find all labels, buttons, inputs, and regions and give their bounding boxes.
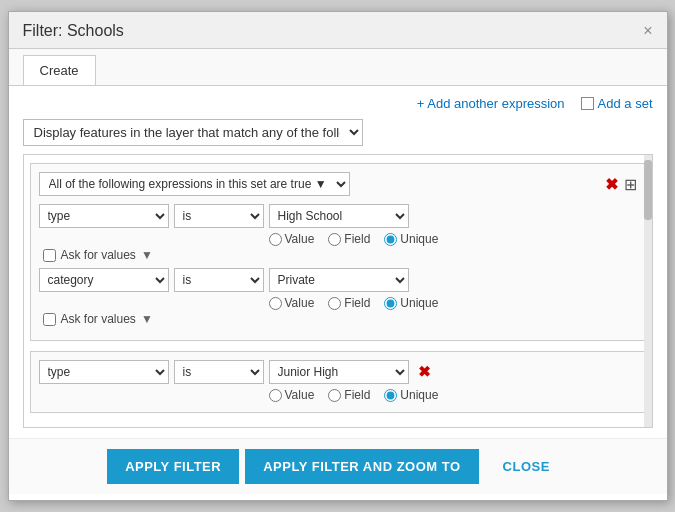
set2-expr1-value[interactable]: Junior High bbox=[269, 360, 409, 384]
set1-expr2-value[interactable]: Private bbox=[269, 268, 409, 292]
set1-expr1-radio-value[interactable]: Value bbox=[269, 232, 315, 246]
set1-expr2-ask-label: Ask for values bbox=[61, 312, 136, 326]
set-block-1: All of the following expressions in this… bbox=[30, 163, 646, 341]
set-header-1: All of the following expressions in this… bbox=[39, 172, 637, 196]
remove-set-1-button[interactable]: ✖ bbox=[605, 175, 618, 194]
add-expression-button[interactable]: + Add another expression bbox=[417, 96, 565, 111]
tab-create[interactable]: Create bbox=[23, 55, 96, 85]
set1-expr1-radio-unique[interactable]: Unique bbox=[384, 232, 438, 246]
set1-expr1-ask-arrow: ▼ bbox=[141, 248, 153, 262]
set1-expr2-operator[interactable]: is bbox=[174, 268, 264, 292]
add-set-button[interactable]: Add a set bbox=[598, 96, 653, 111]
set1-expr1-ask-label: Ask for values bbox=[61, 248, 136, 262]
set1-expr1-value[interactable]: High School bbox=[269, 204, 409, 228]
set2-expr1-operator[interactable]: is bbox=[174, 360, 264, 384]
set2-expr1-radio-field[interactable]: Field bbox=[328, 388, 370, 402]
scrollbar-thumb[interactable] bbox=[644, 160, 652, 220]
set1-expr1-row: type is High School bbox=[39, 204, 637, 228]
tab-bar: Create bbox=[9, 49, 667, 86]
set2-expr1-radio-unique[interactable]: Unique bbox=[384, 388, 438, 402]
dialog-header: Filter: Schools × bbox=[9, 12, 667, 49]
scroll-area: All of the following expressions in this… bbox=[23, 154, 653, 428]
dialog-body: + Add another expression Add a set Displ… bbox=[9, 86, 667, 438]
set2-expr1-field[interactable]: type bbox=[39, 360, 169, 384]
close-x-button[interactable]: × bbox=[643, 23, 652, 39]
set1-expr1-ask-checkbox[interactable] bbox=[43, 249, 56, 262]
set1-expr2-radio-value[interactable]: Value bbox=[269, 296, 315, 310]
apply-filter-zoom-button[interactable]: APPLY FILTER AND ZOOM TO bbox=[245, 449, 478, 484]
set2-expr1-row: type is Junior High ✖ bbox=[39, 360, 637, 384]
set1-expr1-radio-group: Value Field Unique bbox=[269, 232, 637, 246]
remove-set2-expr1-button[interactable]: ✖ bbox=[418, 363, 431, 381]
set1-expr1-operator[interactable]: is bbox=[174, 204, 264, 228]
add-to-set-1-button[interactable]: ⊞ bbox=[624, 175, 637, 194]
set1-expr1-ask-row: Ask for values ▼ bbox=[43, 248, 637, 262]
set-block-2: type is Junior High ✖ Value Field bbox=[30, 351, 646, 413]
apply-filter-button[interactable]: APPLY FILTER bbox=[107, 449, 239, 484]
set-actions-1: ✖ ⊞ bbox=[605, 175, 637, 194]
set1-expr2-field[interactable]: category bbox=[39, 268, 169, 292]
match-dropdown-row: Display features in the layer that match… bbox=[23, 119, 653, 146]
set1-expr2-ask-row: Ask for values ▼ bbox=[43, 312, 637, 326]
top-actions: + Add another expression Add a set bbox=[23, 96, 653, 111]
set2-expr1-radio-group: Value Field Unique bbox=[269, 388, 637, 402]
bottom-actions: APPLY FILTER APPLY FILTER AND ZOOM TO CL… bbox=[9, 438, 667, 494]
set1-expr1-field[interactable]: type bbox=[39, 204, 169, 228]
set1-expr2-ask-arrow: ▼ bbox=[141, 312, 153, 326]
set1-expr2-radio-field[interactable]: Field bbox=[328, 296, 370, 310]
set1-expr2-radio-unique[interactable]: Unique bbox=[384, 296, 438, 310]
set1-expr2-ask-checkbox[interactable] bbox=[43, 313, 56, 326]
set1-expr1-radio-field[interactable]: Field bbox=[328, 232, 370, 246]
close-button[interactable]: CLOSE bbox=[485, 449, 568, 484]
add-set-checkbox[interactable] bbox=[581, 97, 594, 110]
set1-expr2-radio-group: Value Field Unique bbox=[269, 296, 637, 310]
filter-dialog: Filter: Schools × Create + Add another e… bbox=[8, 11, 668, 501]
match-select[interactable]: Display features in the layer that match… bbox=[23, 119, 363, 146]
set-match-select-1[interactable]: All of the following expressions in this… bbox=[39, 172, 350, 196]
dialog-title: Filter: Schools bbox=[23, 22, 124, 40]
set2-expr1-radio-value[interactable]: Value bbox=[269, 388, 315, 402]
set1-expr2-row: category is Private bbox=[39, 268, 637, 292]
scrollbar-track bbox=[644, 155, 652, 427]
